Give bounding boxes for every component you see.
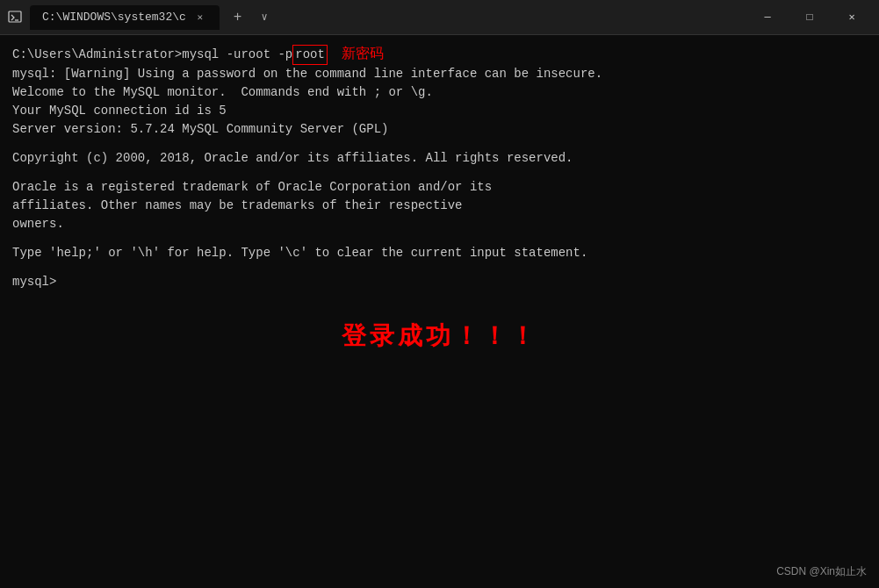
spacer2 xyxy=(12,168,867,178)
help-line: Type 'help;' or '\h' for help. Type '\c'… xyxy=(12,244,867,262)
tab-label: C:\WINDOWS\system32\c xyxy=(42,11,186,24)
oracle-line1: Oracle is a registered trademark of Orac… xyxy=(12,178,867,197)
spacer4 xyxy=(12,262,867,273)
terminal-icon xyxy=(7,10,23,25)
terminal-body: C:\Users\Administrator>mysql -uroot -pro… xyxy=(0,35,879,588)
terminal-tab[interactable]: C:\WINDOWS\system32\c ✕ xyxy=(30,5,220,30)
close-button[interactable]: ✕ xyxy=(832,4,872,32)
watermark: CSDN @Xin如止水 xyxy=(776,563,867,579)
spacer1 xyxy=(12,139,867,149)
titlebar: C:\WINDOWS\system32\c ✕ + ∨ ─ □ ✕ xyxy=(0,0,879,35)
titlebar-left: C:\WINDOWS\system32\c ✕ + ∨ xyxy=(7,5,747,30)
oracle-line3: owners. xyxy=(12,215,867,233)
password-highlight: root xyxy=(292,45,328,65)
terminal-window: C:\WINDOWS\system32\c ✕ + ∨ ─ □ ✕ C:\Use… xyxy=(0,0,879,588)
welcome-line: Welcome to the MySQL monitor. Commands e… xyxy=(12,83,867,102)
warning-line: mysql: [Warning] Using a password on the… xyxy=(12,65,867,83)
window-controls: ─ □ ✕ xyxy=(747,4,872,32)
maximize-button[interactable]: □ xyxy=(789,4,830,32)
copyright-line: Copyright (c) 2000, 2018, Oracle and/or … xyxy=(12,149,867,168)
tab-close-button[interactable]: ✕ xyxy=(193,11,207,25)
cmd-prefix: C:\Users\Administrator>mysql -uroot -p xyxy=(12,46,292,64)
tab-chevron-button[interactable]: ∨ xyxy=(256,7,272,27)
connection-id-line: Your MySQL connection id is 5 xyxy=(12,102,867,120)
new-tab-button[interactable]: + xyxy=(227,6,249,29)
command-line: C:\Users\Administrator>mysql -uroot -pro… xyxy=(12,44,867,65)
minimize-button[interactable]: ─ xyxy=(747,4,788,32)
oracle-line2: affiliates. Other names may be trademark… xyxy=(12,197,867,215)
server-version-line: Server version: 5.7.24 MySQL Community S… xyxy=(12,120,867,139)
mysql-prompt: mysql> xyxy=(12,273,867,291)
success-message: 登录成功！！！ xyxy=(12,318,867,355)
spacer3 xyxy=(12,233,867,244)
new-password-annotation: 新密码 xyxy=(342,44,384,65)
